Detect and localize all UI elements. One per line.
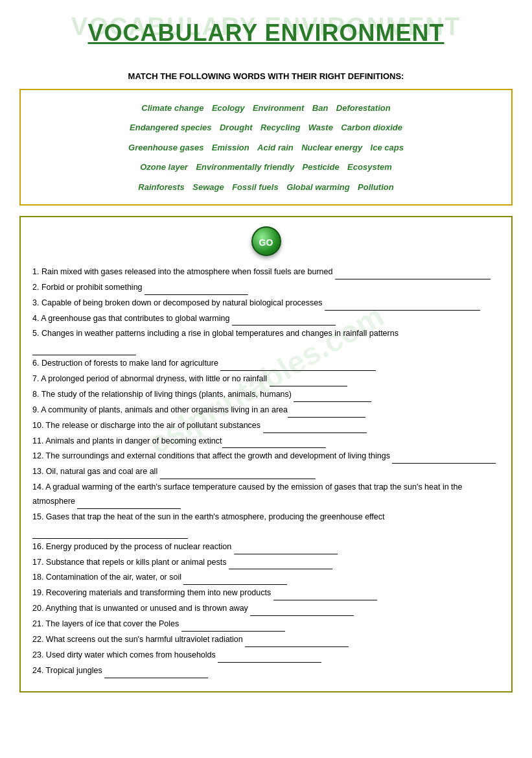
word-ozone-layer: Ozone layer xyxy=(140,162,188,172)
def-item-23: 23. Used dirty water which comes from ho… xyxy=(32,648,500,663)
def-item-16: 16. Energy produced by the process of nu… xyxy=(32,540,500,554)
def-item-17: 17. Substance that repels or kills plant… xyxy=(32,556,500,570)
answer-line-8[interactable] xyxy=(294,393,371,402)
def-item-20: 20. Anything that is unwanted or unused … xyxy=(32,602,500,616)
def-num-5: 5. Changes in weather patterns including… xyxy=(32,329,399,338)
def-item-3: 3. Capable of being broken down or decom… xyxy=(32,296,500,311)
def-num-21: 21. The layers of ice that cover the Pol… xyxy=(32,619,181,628)
word-fossil-fuels: Fossil fuels xyxy=(232,182,279,192)
word-waste: Waste xyxy=(308,123,333,132)
answer-line-7[interactable] xyxy=(270,377,347,386)
word-bank-box: Climate change Ecology Environment Ban D… xyxy=(19,89,513,206)
word-pesticide: Pesticide xyxy=(303,162,340,172)
def-item-7: 7. A prolonged period of abnormal drynes… xyxy=(32,372,500,386)
instructions-text: MATCH THE FOLLOWING WORDS WITH THEIR RIG… xyxy=(19,71,513,81)
answer-line-17[interactable] xyxy=(229,560,332,569)
def-item-15: 15. Gases that trap the heat of the sun … xyxy=(32,510,500,539)
def-num-6: 6. Destruction of forests to make land f… xyxy=(32,359,220,368)
def-item-6: 6. Destruction of forests to make land f… xyxy=(32,357,500,371)
def-num-19: 19. Recovering materials and transformin… xyxy=(32,588,273,597)
def-num-1: 1. Rain mixed with gases released into t… xyxy=(32,267,335,276)
word-sewage: Sewage xyxy=(192,182,224,192)
def-num-16: 16. Energy produced by the process of nu… xyxy=(32,542,234,551)
definitions-list: 1. Rain mixed with gases released into t… xyxy=(32,265,500,678)
word-deforestation: Deforestation xyxy=(336,103,391,113)
def-num-20: 20. Anything that is unwanted or unused … xyxy=(32,604,250,613)
def-item-4: 4. A greenhouse gas that contributes to … xyxy=(32,312,500,326)
def-num-22: 22. What screens out the sun's harmful u… xyxy=(32,635,245,644)
word-env-friendly: Environmentally friendly xyxy=(196,162,294,172)
def-item-10: 10. The release or discharge into the ai… xyxy=(32,419,500,433)
answer-line-2[interactable] xyxy=(145,286,248,295)
answer-line-16[interactable] xyxy=(234,545,338,554)
def-num-8: 8. The study of the relationship of livi… xyxy=(32,390,294,399)
word-recycling: Recycling xyxy=(260,123,300,132)
answer-line-13[interactable] xyxy=(160,470,316,479)
def-item-11: 11. Animals and plants in danger of beco… xyxy=(32,434,500,449)
def-item-9: 9. A community of plants, animals and ot… xyxy=(32,403,500,418)
def-item-21: 21. The layers of ice that cover the Pol… xyxy=(32,617,500,632)
def-num-24: 24. Tropical jungles xyxy=(32,666,104,675)
def-item-19: 19. Recovering materials and transformin… xyxy=(32,586,500,600)
word-greenhouse-gases: Greenhouse gases xyxy=(128,143,203,152)
word-environment: Environment xyxy=(253,103,304,113)
answer-line-19[interactable] xyxy=(273,591,377,600)
def-num-2: 2. Forbid or prohibit something xyxy=(32,283,145,292)
def-item-24: 24. Tropical jungles xyxy=(32,664,500,678)
definitions-box: GO 1. Rain mixed with gases released int… xyxy=(19,216,513,693)
answer-line-12[interactable] xyxy=(392,455,496,464)
word-climate-change: Climate change xyxy=(141,103,203,113)
answer-line-20[interactable] xyxy=(250,607,354,616)
word-acid-rain: Acid rain xyxy=(257,143,294,152)
answer-line-22[interactable] xyxy=(245,638,349,647)
answer-line-11[interactable] xyxy=(222,439,326,448)
def-num-17: 17. Substance that repels or kills plant… xyxy=(32,558,229,567)
def-num-3: 3. Capable of being broken down or decom… xyxy=(32,298,325,307)
def-num-15: 15. Gases that trap the heat of the sun … xyxy=(32,512,385,521)
answer-line-1[interactable] xyxy=(335,270,491,279)
answer-line-4[interactable] xyxy=(232,316,336,326)
def-item-1: 1. Rain mixed with gases released into t… xyxy=(32,265,500,279)
def-item-2: 2. Forbid or prohibit something xyxy=(32,281,500,295)
go-button[interactable]: GO xyxy=(251,226,281,256)
title-main: VOCABULARY ENVIRONMENT xyxy=(19,19,513,47)
word-pollution: Pollution xyxy=(358,182,394,192)
def-item-8: 8. The study of the relationship of livi… xyxy=(32,388,500,402)
word-drought: Drought xyxy=(220,123,253,132)
def-item-13: 13. Oil, natural gas and coal are all xyxy=(32,465,500,479)
answer-line-3[interactable] xyxy=(325,302,480,311)
def-item-5: 5. Changes in weather patterns including… xyxy=(32,327,500,355)
answer-line-9[interactable] xyxy=(288,409,365,418)
def-num-23: 23. Used dirty water which comes from ho… xyxy=(32,650,218,659)
def-num-18: 18. Contamination of the air, water, or … xyxy=(32,573,183,582)
answer-line-24[interactable] xyxy=(104,669,208,678)
word-emission: Emission xyxy=(212,143,249,152)
answer-line-21[interactable] xyxy=(181,622,285,632)
def-num-7: 7. A prolonged period of abnormal drynes… xyxy=(32,374,270,383)
word-global-warming: Global warming xyxy=(286,182,350,192)
word-carbon-dioxide: Carbon dioxide xyxy=(341,123,402,132)
answer-line-18[interactable] xyxy=(183,576,287,585)
answer-line-6[interactable] xyxy=(220,362,376,371)
word-ice-caps: Ice caps xyxy=(371,143,404,152)
answer-line-5[interactable] xyxy=(32,346,136,355)
answer-line-23[interactable] xyxy=(218,654,321,663)
word-ecology: Ecology xyxy=(212,103,245,113)
def-num-13: 13. Oil, natural gas and coal are all xyxy=(32,467,160,476)
def-num-10: 10. The release or discharge into the ai… xyxy=(32,421,263,430)
word-endangered-species: Endangered species xyxy=(130,123,211,132)
def-item-12: 12. The surroundings and external condit… xyxy=(32,449,500,464)
def-item-18: 18. Contamination of the air, water, or … xyxy=(32,571,500,585)
def-num-11: 11. Animals and plants in danger of beco… xyxy=(32,436,222,445)
answer-line-10[interactable] xyxy=(263,424,367,433)
word-ban: Ban xyxy=(312,103,329,113)
answer-line-14[interactable] xyxy=(77,500,181,509)
def-item-14: 14. A gradual warming of the earth's sur… xyxy=(32,480,500,509)
word-rainforests: Rainforests xyxy=(138,182,185,192)
word-nuclear-energy: Nuclear energy xyxy=(301,143,362,152)
word-ecosystem: Ecosystem xyxy=(347,162,392,172)
def-num-9: 9. A community of plants, animals and ot… xyxy=(32,405,288,414)
def-num-4: 4. A greenhouse gas that contributes to … xyxy=(32,314,232,323)
answer-line-15[interactable] xyxy=(32,530,188,539)
def-num-12: 12. The surroundings and external condit… xyxy=(32,451,392,460)
